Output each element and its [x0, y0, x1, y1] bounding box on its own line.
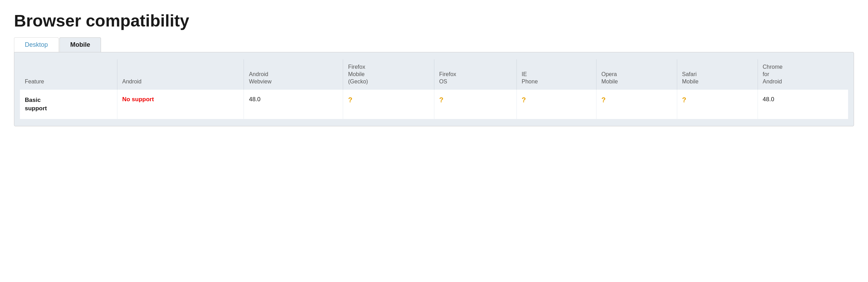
compat-table: Feature Android AndroidWebview FirefoxMo…	[20, 59, 848, 119]
no-support-badge: No support	[122, 96, 154, 103]
version-value: 48.0	[249, 96, 260, 103]
cell-safari-mobile: ?	[677, 90, 758, 119]
cell-opera-mobile: ?	[596, 90, 677, 119]
col-header-firefox-os: FirefoxOS	[434, 59, 516, 90]
cell-chrome-android: 48.0	[758, 90, 848, 119]
col-header-feature: Feature	[20, 59, 117, 90]
tabs-container: Desktop Mobile	[14, 37, 854, 52]
unknown-value: ?	[439, 96, 443, 104]
cell-firefox-os: ?	[434, 90, 516, 119]
col-header-ie-phone: IEPhone	[516, 59, 596, 90]
col-header-safari-mobile: SafariMobile	[677, 59, 758, 90]
page-title: Browser compatibility	[14, 11, 854, 30]
unknown-value: ?	[682, 96, 686, 104]
col-header-android: Android	[117, 59, 244, 90]
cell-feature: Basicsupport	[20, 90, 117, 119]
cell-firefox-mobile: ?	[343, 90, 434, 119]
cell-android-webview: 48.0	[244, 90, 343, 119]
table-header-row: Feature Android AndroidWebview FirefoxMo…	[20, 59, 848, 90]
version-value: 48.0	[763, 96, 774, 103]
col-header-chrome-android: ChromeforAndroid	[758, 59, 848, 90]
tab-desktop[interactable]: Desktop	[14, 37, 59, 52]
compat-table-wrapper: Feature Android AndroidWebview FirefoxMo…	[14, 52, 854, 126]
col-header-android-webview: AndroidWebview	[244, 59, 343, 90]
cell-ie-phone: ?	[516, 90, 596, 119]
cell-android: No support	[117, 90, 244, 119]
tab-mobile[interactable]: Mobile	[59, 37, 101, 52]
unknown-value: ?	[348, 96, 352, 104]
unknown-value: ?	[601, 96, 606, 104]
col-header-firefox-mobile: FirefoxMobile(Gecko)	[343, 59, 434, 90]
unknown-value: ?	[522, 96, 526, 104]
col-header-opera-mobile: OperaMobile	[596, 59, 677, 90]
table-row: Basicsupport No support 48.0 ? ? ? ?	[20, 90, 848, 119]
